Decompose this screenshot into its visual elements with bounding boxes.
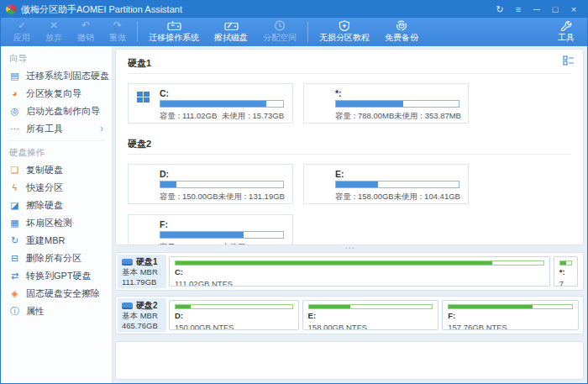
sidebar-item-rebuild-mbr[interactable]: ↻ 重建MBR <box>1 232 112 250</box>
migrate-ssd-icon: ▤ <box>9 71 20 82</box>
usage-bar <box>160 231 284 239</box>
sidebar: 向导 ▤ 迁移系统到固态硬盘 ◕ 分区恢复向导 ◎ 启动光盘制作向导 ⋯ 所有工… <box>1 46 113 383</box>
tutorial-button[interactable]: 无损分区教程 <box>312 18 377 46</box>
partition-card-c[interactable]: C: 容量 : 111.02GB 未使用 : 15.73GB <box>128 83 293 124</box>
main-area: 硬盘1 C: 容量 : 111.02GB 未使用 : 15.73GB <box>113 46 587 383</box>
refresh-icon[interactable]: ↻ <box>491 3 508 16</box>
allocate-space-button[interactable]: 分配空间 <box>255 18 304 46</box>
allocate-space-label: 分配空间 <box>263 32 297 44</box>
trash-icon: ⊟ <box>9 253 20 264</box>
disk-size: 465.76GB <box>122 321 162 331</box>
splitter-handle[interactable]: ⋯ <box>115 245 584 252</box>
partition-info: 7... <box>559 279 572 287</box>
menu-icon[interactable]: ≡ <box>510 3 527 16</box>
sidebar-item-convert-to-gpt[interactable]: ⇄ 转换到GPT硬盘 <box>1 267 112 285</box>
app-window: 傲梅分区助手AOMEI Partition Assistant ↻ ≡ ─ □ … <box>0 0 588 384</box>
windows-logo-icon <box>137 89 152 118</box>
redo-icon: ↷ <box>113 20 122 31</box>
drive-letter: D: <box>160 170 284 179</box>
redo-button[interactable]: ↷ 重做 <box>102 18 134 46</box>
apply-label: 应用 <box>13 32 30 44</box>
sidebar-item-partition-recovery[interactable]: ◕ 分区恢复向导 <box>1 85 112 103</box>
apply-button[interactable]: ✓ 应用 <box>6 18 38 46</box>
maximize-icon[interactable]: □ <box>547 3 564 16</box>
drive-letter: E: <box>335 170 459 179</box>
bootable-disc-icon: ◎ <box>9 106 20 117</box>
secure-erase-icon: ◈ <box>9 288 20 299</box>
chevron-right-icon: › <box>100 124 103 134</box>
usage-bar-fill <box>449 305 533 308</box>
view-toggle-button[interactable] <box>561 53 576 68</box>
undo-icon: ↶ <box>81 20 90 31</box>
usage-bar-fill <box>160 101 266 107</box>
disk1-title: 硬盘1 <box>128 53 571 74</box>
disk-map-row-2: 硬盘2 基本 MBR 465.76GB D: 150.00GB NTFS E: … <box>115 296 584 334</box>
partition-card-f[interactable]: F: 容量 : 157.76GB 未使用 : 50.12GB <box>128 214 293 245</box>
partition-card-d[interactable]: D: 容量 : 150.00GB 未使用 : 131.19GB <box>128 164 293 204</box>
drive-letter: *: <box>335 89 459 98</box>
cancel-circle-icon: ✕ <box>50 20 58 31</box>
usage-bar <box>308 304 433 309</box>
wipe-disk-button[interactable]: 擦拭磁盘 <box>207 18 255 46</box>
volumes-panel: 硬盘1 C: 容量 : 111.02GB 未使用 : 15.73GB <box>115 49 584 245</box>
backup-icon <box>396 20 407 31</box>
unused-label: 未使用 : 104.41GB <box>394 192 460 203</box>
unused-label: 未使用 : 15.73GB <box>222 111 284 122</box>
migrate-os-button[interactable]: 迁移操作系统 <box>141 18 207 46</box>
sidebar-item-ssd-secure-erase[interactable]: ◈ 固态硬盘安全擦除 <box>1 285 112 302</box>
map-partition-f[interactable]: F: 157.76GB NTFS <box>442 300 579 330</box>
map-partition-c[interactable]: C: 111.02GB NTFS <box>169 256 550 287</box>
discard-button[interactable]: ✕ 放弃 <box>38 18 70 46</box>
map-partition-star[interactable]: *: 7... <box>554 256 578 287</box>
app-body: 向导 ▤ 迁移系统到固态硬盘 ◕ 分区恢复向导 ◎ 启动光盘制作向导 ⋯ 所有工… <box>1 46 587 383</box>
close-icon[interactable]: × <box>565 3 582 16</box>
sidebar-item-all-tools[interactable]: ⋯ 所有工具 › <box>1 120 112 138</box>
disk-size: 111.79GB <box>122 277 162 287</box>
map-partition-d[interactable]: D: 150.00GB NTFS <box>169 300 299 330</box>
sidebar-item-delete-all-partitions[interactable]: ⊟ 删除所有分区 <box>1 250 112 267</box>
usage-bar-fill <box>560 261 566 265</box>
sidebar-item-wipe-disk[interactable]: ◪ 擦除硬盘 <box>1 197 112 214</box>
sidebar-item-label: 所有工具 <box>26 124 63 134</box>
sidebar-item-label: 启动光盘制作向导 <box>26 106 100 117</box>
sidebar-item-migrate-to-ssd[interactable]: ▤ 迁移系统到固态硬盘 <box>1 67 112 85</box>
capacity-label: 容量 : 158.00GB <box>335 192 394 203</box>
partition-card-e[interactable]: E: 容量 : 158.00GB 未使用 : 104.41GB <box>303 164 469 204</box>
partition-info: 150.00GB NTFS <box>175 323 293 330</box>
capacity-label: 容量 : 788.00MB <box>335 111 394 122</box>
disk2-title: 硬盘2 <box>128 134 571 155</box>
lightning-icon: ϟ <box>9 182 20 193</box>
sidebar-item-bootable-media[interactable]: ◎ 启动光盘制作向导 <box>1 103 112 120</box>
backup-button[interactable]: 免费备份 <box>377 18 426 46</box>
sidebar-item-properties[interactable]: ⓘ 属性 <box>1 302 112 320</box>
sidebar-item-label: 复制硬盘 <box>26 165 63 176</box>
disk1-info-cell[interactable]: 硬盘1 基本 MBR 111.79GB <box>118 255 166 288</box>
partition-info: 158.00GB NTFS <box>308 323 433 330</box>
sidebar-item-copy-disk[interactable]: ❏ 复制硬盘 <box>1 161 112 179</box>
minimize-icon[interactable]: ─ <box>528 3 545 16</box>
partition-card-star[interactable]: *: 容量 : 788.00MB 未使用 : 353.87MB <box>303 83 469 124</box>
tools-button[interactable]: 工具 <box>550 18 582 46</box>
app-logo-icon <box>6 4 16 14</box>
toolbar-spacer <box>426 18 550 46</box>
disk-ops-section-title: 硬盘操作 <box>1 143 112 161</box>
disk-name: 硬盘1 <box>136 257 158 267</box>
sidebar-item-bad-sector-test[interactable]: ▦ 坏扇区检测 <box>1 214 112 232</box>
backup-label: 免费备份 <box>385 32 418 44</box>
drive-letter: F: <box>160 220 284 229</box>
undo-label: 撤销 <box>77 32 94 44</box>
undo-button[interactable]: ↶ 撤销 <box>70 18 102 46</box>
drive-icon <box>312 89 328 118</box>
disk2-info-cell[interactable]: 硬盘2 基本 MBR 465.76GB <box>118 298 166 332</box>
sidebar-item-quick-partition[interactable]: ϟ 快速分区 <box>1 179 112 197</box>
disk-map-row-1: 硬盘1 基本 MBR 111.79GB C: 111.02GB NTFS *: … <box>115 252 584 291</box>
wipe-disk-label: 擦拭磁盘 <box>214 32 248 44</box>
map-partition-e[interactable]: E: 158.00GB NTFS <box>302 300 439 330</box>
usage-bar-fill <box>160 232 244 238</box>
partition-label: D: <box>175 312 293 320</box>
pending-operations-panel <box>115 341 584 380</box>
usage-bar <box>559 260 572 266</box>
partition-label: F: <box>448 312 573 320</box>
wizards-section-title: 向导 <box>1 49 112 67</box>
usage-bar-fill <box>336 101 403 107</box>
